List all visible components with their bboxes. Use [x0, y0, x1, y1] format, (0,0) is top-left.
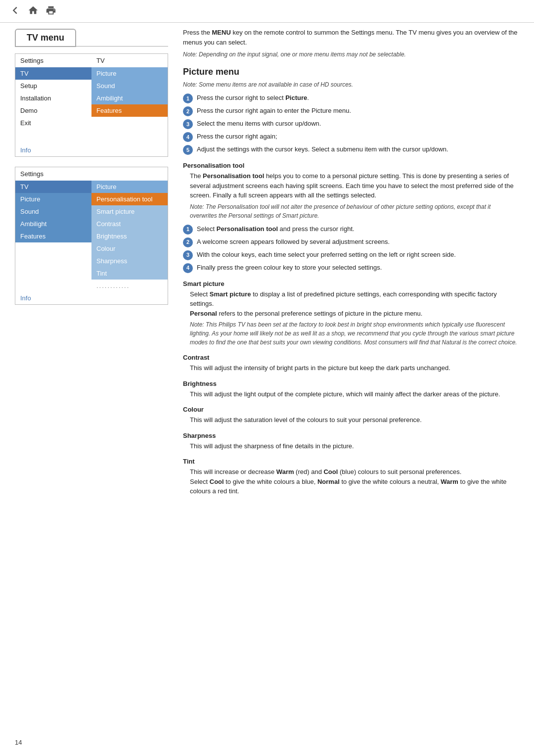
left-panel: TV menu Settings TV TV Picture Setup Sou…: [15, 28, 168, 503]
step-num-p2: 2: [183, 237, 193, 247]
step-text-p1: Select Personalisation tool and press th…: [197, 224, 355, 234]
table-row: Info: [15, 292, 168, 305]
step-text-5: Adjust the settings with the cursor keys…: [197, 144, 448, 154]
subsection-title-brightness: Brightness: [183, 380, 519, 387]
step-text-p2: A welcome screen appears followed by sev…: [197, 237, 390, 247]
subsection-body-tint: This will increase or decrease Warm (red…: [183, 467, 519, 496]
page-number: 14: [15, 739, 22, 746]
subsection-body-contrast: This will adjust the intensity of bright…: [183, 363, 519, 373]
step-number-1: 1: [183, 94, 193, 103]
home-icon[interactable]: [28, 5, 39, 17]
table-row: [15, 139, 168, 144]
step-text-1: Press the cursor right to select Picture…: [197, 93, 309, 103]
intro-text: Press the MENU key on the remote control…: [183, 28, 519, 47]
table-row: Sound Smart picture: [15, 205, 168, 218]
subsection-title-contrast: Contrast: [183, 354, 519, 361]
step-item: 5 Adjust the settings with the cursor ke…: [183, 144, 519, 155]
subsection-title-sharpness: Sharpness: [183, 432, 519, 439]
step-item: 2 A welcome screen appears followed by s…: [183, 237, 519, 247]
step-text-4: Press the cursor right again;: [197, 132, 277, 142]
step-num-p4: 4: [183, 263, 193, 273]
picture-steps-list: 1 Press the cursor right to select Pictu…: [183, 93, 519, 155]
picture-menu-title: Picture menu: [183, 67, 519, 77]
subsection-title-smart: Smart picture: [183, 280, 519, 287]
right-panel: Press the MENU key on the remote control…: [183, 28, 519, 503]
step-item: 4 Press the cursor right again;: [183, 132, 519, 142]
subsection-contrast: Contrast This will adjust the intensity …: [183, 354, 519, 373]
step-item: 3 Select the menu items with cursor up/d…: [183, 119, 519, 129]
step-number-4: 4: [183, 132, 193, 142]
table-row: Installation Ambilight: [15, 92, 168, 104]
step-item: 4 Finally press the green colour key to …: [183, 263, 519, 273]
step-text-p3: With the colour keys, each time select y…: [197, 250, 456, 260]
personalisation-note: Note: The Personalisation tool will not …: [190, 202, 519, 220]
table-row: Demo Features: [15, 104, 168, 117]
info-label-2: Info: [15, 292, 168, 305]
subsection-body-smart: Select Smart picture to display a list o…: [183, 289, 519, 347]
print-icon[interactable]: [45, 5, 56, 17]
table-row: [15, 134, 168, 139]
subsection-sharpness: Sharpness This will adjust the sharpness…: [183, 432, 519, 451]
step-number-3: 3: [183, 119, 193, 129]
table2-header-col1: Settings: [15, 167, 92, 181]
picture-menu-note: Note: Some menu items are not available …: [183, 81, 519, 88]
smart-picture-note: Note: This Philips TV has been set at th…: [190, 320, 519, 347]
personalisation-steps: 1 Select Personalisation tool and press …: [183, 224, 519, 273]
subsection-body-sharpness: This will adjust the sharpness of fine d…: [183, 441, 519, 451]
table-row: Colour: [15, 242, 168, 255]
subsection-brightness: Brightness This will adjust the light ou…: [183, 380, 519, 399]
subsection-title-colour: Colour: [183, 406, 519, 413]
subsection-body-personalisation: The Personalisation tool helps you to co…: [183, 171, 519, 220]
table-row: Setup Sound: [15, 80, 168, 92]
table2-header-col2: [91, 167, 168, 181]
table-row: Exit: [15, 117, 168, 129]
step-item: 1 Press the cursor right to select Pictu…: [183, 93, 519, 103]
step-item: 3 With the colour keys, each time select…: [183, 250, 519, 260]
back-button[interactable]: [10, 5, 21, 17]
subsection-title-personalisation: Personalisation tool: [183, 162, 519, 169]
subsection-smart-picture: Smart picture Select Smart picture to di…: [183, 280, 519, 347]
step-number-2: 2: [183, 106, 193, 116]
table-row: TV Picture: [15, 181, 168, 193]
table1-header-col2: TV: [91, 54, 168, 68]
page-title: TV menu: [15, 29, 76, 47]
intro-note: Note: Depending on the input signal, one…: [183, 51, 519, 58]
step-text-3: Select the menu items with cursor up/dow…: [197, 119, 321, 129]
table-row: TV Picture: [15, 67, 168, 80]
table-row: Sharpness: [15, 255, 168, 267]
table-row: [15, 129, 168, 134]
page-content: TV menu Settings TV TV Picture Setup Sou…: [0, 28, 534, 518]
table-row: Features Brightness: [15, 230, 168, 242]
table-row: Tint: [15, 267, 168, 280]
table-row: Picture Personalisation tool: [15, 193, 168, 205]
subsection-body-colour: This will adjust the saturation level of…: [183, 415, 519, 425]
top-navigation: [0, 0, 534, 23]
step-num-p3: 3: [183, 250, 193, 260]
menu-table-1: Settings TV TV Picture Setup Sound Insta…: [15, 53, 168, 157]
table-row: Info: [15, 144, 168, 157]
subsection-tint: Tint This will increase or decrease Warm…: [183, 458, 519, 496]
table1-header-col1: Settings: [15, 54, 92, 68]
step-number-5: 5: [183, 145, 193, 155]
step-item: 2 Press the cursor right again to enter …: [183, 106, 519, 116]
subsection-personalisation-tool: Personalisation tool The Personalisation…: [183, 162, 519, 273]
step-text-p4: Finally press the green colour key to st…: [197, 263, 382, 273]
subsection-colour: Colour This will adjust the saturation l…: [183, 406, 519, 425]
table-row: Ambilight Contrast: [15, 218, 168, 230]
menu-table-2: Settings TV Picture Picture Personalisat…: [15, 167, 168, 305]
subsection-title-tint: Tint: [183, 458, 519, 465]
step-item: 1 Select Personalisation tool and press …: [183, 224, 519, 235]
info-label-1: Info: [15, 144, 168, 157]
subsection-body-brightness: This will adjust the light output of the…: [183, 389, 519, 399]
step-text-2: Press the cursor right again to enter th…: [197, 106, 351, 116]
step-num-p1: 1: [183, 225, 193, 235]
table-row: ............: [15, 280, 168, 292]
